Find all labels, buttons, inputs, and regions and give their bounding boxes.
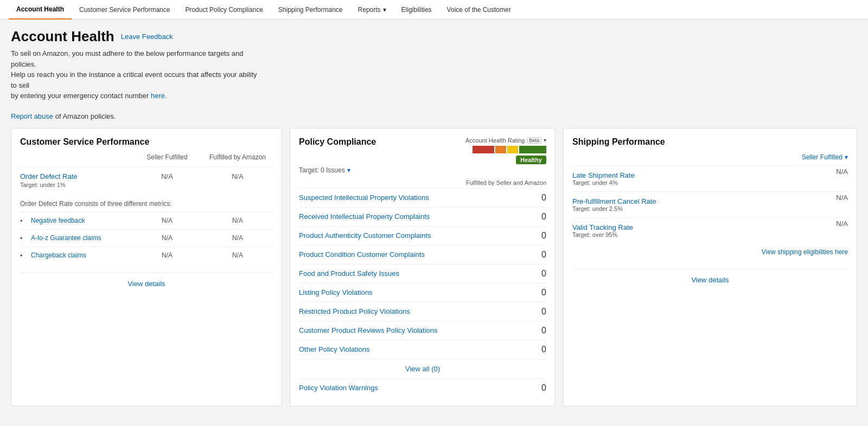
order-defect-target: Target: under 1%	[20, 182, 132, 188]
ahr-section: Account Health Rating Beta ▾ Healthy	[465, 137, 546, 164]
policy-violation-warnings-row: Policy Violation Warnings 0	[299, 378, 546, 397]
shipping-view-details-link[interactable]: View details	[691, 276, 729, 284]
csp-view-details-link[interactable]: View details	[127, 280, 165, 288]
valid-tracking-rate-row: Valid Tracking Rate Target: over 95% N/A	[572, 217, 848, 243]
pre-fulfillment-cancel-row: Pre-fulfillment Cancel Rate Target: unde…	[572, 191, 848, 217]
fulfilled-chevron-icon: ▾	[845, 153, 848, 161]
policy-item-sipv: Suspected Intellectual Property Violatio…	[299, 188, 546, 207]
col-fulfilled-amazon: Fulfilled by Amazon	[202, 153, 273, 161]
nf-val2: N/A	[202, 217, 273, 224]
shipping-performance-card: Shipping Performance Seller Fulfilled ▾ …	[563, 128, 857, 406]
view-shipping-eligibilities-row: View shipping eligibilities here	[572, 243, 848, 260]
shipping-filter-row: Seller Fulfilled ▾	[572, 153, 848, 161]
page-title: Account Health	[11, 28, 114, 45]
health-rating-bar	[473, 146, 546, 153]
pacc-count: 0	[541, 231, 546, 241]
seller-fulfilled-dropdown[interactable]: Seller Fulfilled ▾	[802, 153, 848, 161]
nav-shipping-performance[interactable]: Shipping Performance	[271, 0, 350, 20]
policy-item-opv: Other Policy Violations 0	[299, 340, 546, 359]
atoz-val1: N/A	[132, 234, 202, 242]
fpsi-count: 0	[541, 269, 546, 279]
health-bar-red	[473, 146, 494, 153]
order-defect-rate-link[interactable]: Order Defect Rate	[20, 172, 78, 180]
opv-link[interactable]: Other Policy Violations	[299, 345, 370, 353]
view-all-link[interactable]: View all (0)	[405, 365, 440, 373]
ahr-chevron-icon: ▾	[544, 137, 546, 143]
chevron-down-icon: ▾	[383, 6, 386, 14]
pvw-count: 0	[541, 383, 546, 393]
nav-customer-service[interactable]: Customer Service Performance	[72, 0, 177, 20]
nav-voice-of-customer[interactable]: Voice of the Customer	[439, 0, 519, 20]
cb-val2: N/A	[202, 251, 273, 259]
leave-feedback-link[interactable]: Leave Feedback	[121, 33, 173, 41]
rppv-link[interactable]: Restricted Product Policy Violations	[299, 307, 410, 315]
nav-reports[interactable]: Reports ▾	[350, 0, 394, 20]
odr-val1: N/A	[132, 172, 202, 180]
cprpv-link[interactable]: Customer Product Reviews Policy Violatio…	[299, 326, 438, 334]
chargeback-claims-link[interactable]: Chargeback claims	[31, 251, 132, 259]
lpv-link[interactable]: Listing Policy Violations	[299, 288, 373, 296]
lpv-count: 0	[541, 288, 546, 298]
policy-item-pccc: Product Condition Customer Complaints 0	[299, 245, 546, 264]
shipping-view-details: View details	[572, 269, 848, 284]
pre-fulfillment-cancel-link[interactable]: Pre-fulfillment Cancel Rate	[572, 197, 656, 205]
pre-fulfillment-value: N/A	[836, 193, 848, 202]
late-shipment-value: N/A	[836, 167, 848, 176]
beta-badge: Beta	[527, 137, 541, 144]
fpsi-link[interactable]: Food and Product Safety Issues	[299, 269, 399, 277]
policy-item-cprpv: Customer Product Reviews Policy Violatio…	[299, 321, 546, 340]
report-abuse-link[interactable]: Report abuse	[11, 112, 53, 120]
pvw-link[interactable]: Policy Violation Warnings	[299, 384, 378, 392]
emergency-contact-link[interactable]: here	[151, 92, 165, 100]
csp-view-details: View details	[20, 273, 273, 288]
dashboard-columns: Customer Service Performance Seller Fulf…	[11, 128, 857, 406]
rppv-count: 0	[541, 307, 546, 317]
late-shipment-rate-row: Late Shipment Rate Target: under 4% N/A	[572, 165, 848, 191]
report-abuse-section: Report abuse of Amazon policies.	[11, 107, 857, 120]
top-navigation: Account Health Customer Service Performa…	[0, 0, 868, 20]
policy-compliance-card: Policy Compliance Account Health Rating …	[290, 128, 556, 406]
ahr-label[interactable]: Account Health Rating Beta ▾	[465, 137, 546, 144]
view-shipping-eligibilities-link[interactable]: View shipping eligibilities here	[762, 248, 848, 256]
policy-item-fpsi: Food and Product Safety Issues 0	[299, 264, 546, 283]
cb-val1: N/A	[132, 251, 202, 259]
late-shipment-rate-link[interactable]: Late Shipment Rate	[572, 171, 635, 179]
valid-tracking-value: N/A	[836, 220, 848, 228]
negative-feedback-row: • Negative feedback N/A N/A	[20, 212, 273, 229]
sipv-link[interactable]: Suspected Intellectual Property Violatio…	[299, 193, 429, 202]
health-bar-yellow	[507, 146, 518, 153]
shipping-card-title: Shipping Performance	[572, 137, 848, 147]
pacc-link[interactable]: Product Authenticity Customer Complaints	[299, 231, 431, 240]
col-seller-fulfilled: Seller Fulfilled	[132, 153, 202, 161]
order-defect-rate-row: Order Defect Rate Target: under 1% N/A N…	[20, 166, 273, 193]
late-shipment-target: Target: under 4%	[572, 179, 848, 186]
atoz-claims-row: • A-to-z Guarantee claims N/A N/A	[20, 229, 273, 247]
chargeback-claims-row: • Chargeback claims N/A N/A	[20, 247, 273, 264]
policy-target: Target: 0 Issues ▾	[299, 166, 546, 174]
atoz-claims-link[interactable]: A-to-z Guarantee claims	[31, 234, 132, 242]
fulfilled-by-label: Fulfilled by Seller and Amazon	[299, 179, 546, 186]
sub-metrics-title: Order Defect Rate consists of three diff…	[20, 200, 273, 208]
valid-tracking-rate-link[interactable]: Valid Tracking Rate	[572, 223, 633, 231]
ripc-count: 0	[541, 212, 546, 222]
nav-account-health[interactable]: Account Health	[9, 0, 72, 20]
ripc-link[interactable]: Received Intellectual Property Complaint…	[299, 212, 430, 221]
healthy-badge: Healthy	[516, 156, 546, 164]
policy-target-chevron-icon[interactable]: ▾	[347, 166, 350, 174]
main-content: Account Health Leave Feedback To sell on…	[0, 20, 868, 415]
policy-item-pacc: Product Authenticity Customer Complaints…	[299, 226, 546, 245]
pccc-link[interactable]: Product Condition Customer Complaints	[299, 250, 425, 259]
nav-eligibilities[interactable]: Eligibilities	[394, 0, 439, 20]
negative-feedback-link[interactable]: Negative feedback	[31, 217, 132, 224]
policy-compliance-title: Policy Compliance	[299, 137, 376, 147]
sipv-count: 0	[541, 193, 546, 203]
health-bar-orange	[495, 146, 506, 153]
valid-tracking-target: Target: over 95%	[572, 231, 848, 238]
opv-count: 0	[541, 345, 546, 354]
customer-service-card: Customer Service Performance Seller Fulf…	[11, 128, 282, 406]
atoz-val2: N/A	[202, 234, 273, 242]
pre-fulfillment-target: Target: under 2.5%	[572, 205, 848, 212]
nav-product-policy[interactable]: Product Policy Compliance	[177, 0, 270, 20]
cprpv-count: 0	[541, 326, 546, 335]
odr-val2: N/A	[202, 172, 273, 180]
